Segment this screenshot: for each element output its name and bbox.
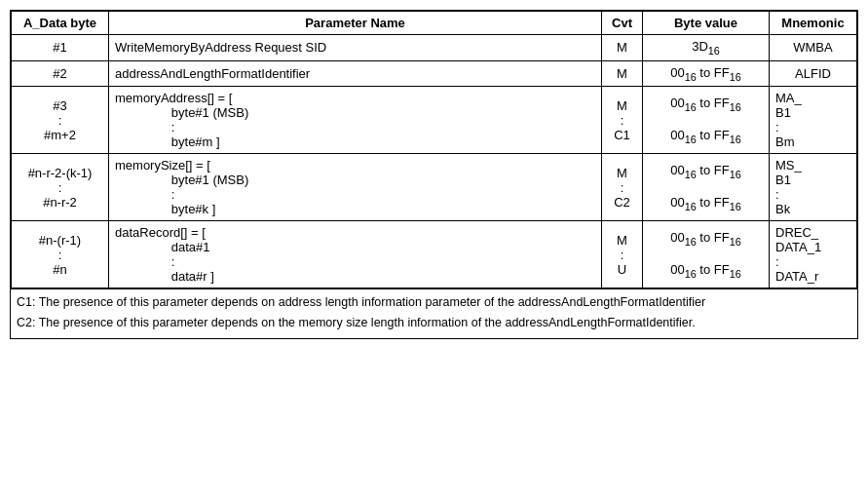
table-row: #3:#m+2 memoryAddress[] = [ byte#1 (MSB)… bbox=[12, 87, 857, 154]
cell-cvt: M bbox=[602, 35, 643, 61]
cell-mnemonic: MA_B1:Bm bbox=[770, 87, 857, 154]
table-row: #1 WriteMemoryByAddress Request SID M 3D… bbox=[12, 35, 857, 61]
cell-param-name: addressAndLengthFormatIdentifier bbox=[109, 60, 602, 87]
table-row: #n-r-2-(k-1):#n-r-2 memorySize[] = [ byt… bbox=[12, 154, 857, 221]
parameter-table: A_Data byte Parameter Name Cvt Byte valu… bbox=[11, 11, 857, 288]
table-row: #n-(r-1):#n dataRecord[] = [ data#1 : da… bbox=[12, 221, 857, 288]
cell-mnemonic: DREC_DATA_1:DATA_r bbox=[770, 221, 857, 288]
cell-cvt: M:C2 bbox=[602, 154, 643, 221]
table-row: #2 addressAndLengthFormatIdentifier M 00… bbox=[12, 60, 857, 87]
cell-byte-value: 0016 to FF16 0016 to FF16 bbox=[643, 221, 770, 288]
header-param-name: Parameter Name bbox=[109, 12, 602, 35]
header-byte-value: Byte value bbox=[643, 12, 770, 35]
cell-byte-value: 0016 to FF16 0016 to FF16 bbox=[643, 87, 770, 154]
cell-cvt: M:U bbox=[602, 221, 643, 288]
main-table-container: A_Data byte Parameter Name Cvt Byte valu… bbox=[10, 10, 858, 339]
header-a-data: A_Data byte bbox=[12, 12, 109, 35]
cell-mnemonic: MS_B1:Bk bbox=[770, 154, 857, 221]
header-cvt: Cvt bbox=[602, 12, 643, 35]
cell-mnemonic: WMBA bbox=[770, 35, 857, 61]
footnote-c2: C2: The presence of this parameter depen… bbox=[17, 314, 851, 332]
cell-byte-value: 0016 to FF16 0016 to FF16 bbox=[643, 154, 770, 221]
cell-a-data: #2 bbox=[12, 60, 109, 87]
table-header-row: A_Data byte Parameter Name Cvt Byte valu… bbox=[12, 12, 857, 35]
footnotes-container: C1: The presence of this parameter depen… bbox=[11, 288, 857, 338]
cell-param-name: memoryAddress[] = [ byte#1 (MSB) : byte#… bbox=[109, 87, 602, 154]
cell-cvt: M bbox=[602, 60, 643, 87]
cell-cvt: M:C1 bbox=[602, 87, 643, 154]
cell-a-data: #1 bbox=[12, 35, 109, 61]
cell-byte-value: 0016 to FF16 bbox=[643, 60, 770, 87]
cell-a-data: #3:#m+2 bbox=[12, 87, 109, 154]
header-mnemonic: Mnemonic bbox=[770, 12, 857, 35]
cell-param-name: WriteMemoryByAddress Request SID bbox=[109, 35, 602, 61]
cell-a-data: #n-(r-1):#n bbox=[12, 221, 109, 288]
cell-a-data: #n-r-2-(k-1):#n-r-2 bbox=[12, 154, 109, 221]
cell-param-name: memorySize[] = [ byte#1 (MSB) : byte#k ] bbox=[109, 154, 602, 221]
cell-byte-value: 3D16 bbox=[643, 35, 770, 61]
cell-param-name: dataRecord[] = [ data#1 : data#r ] bbox=[109, 221, 602, 288]
cell-mnemonic: ALFID bbox=[770, 60, 857, 87]
footnote-c1: C1: The presence of this parameter depen… bbox=[17, 293, 851, 312]
